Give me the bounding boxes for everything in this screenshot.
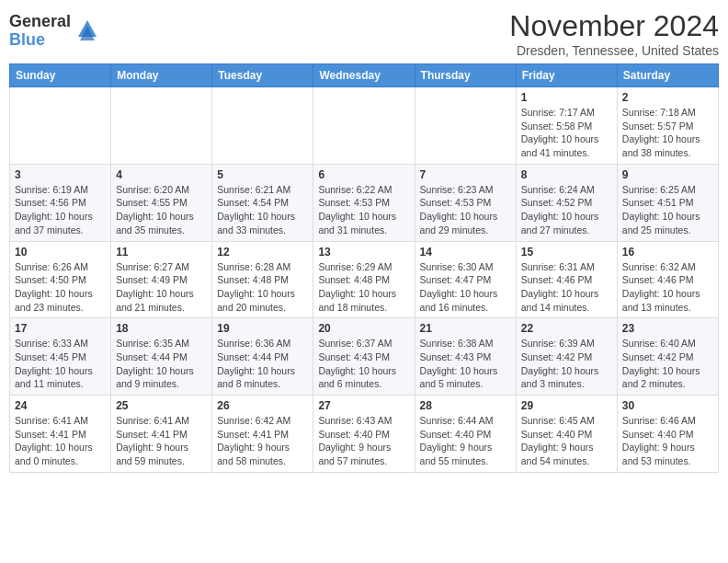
day-info: Sunrise: 6:20 AM Sunset: 4:55 PM Dayligh… <box>116 183 207 237</box>
calendar-cell <box>313 87 415 165</box>
day-info: Sunrise: 6:35 AM Sunset: 4:44 PM Dayligh… <box>116 337 207 391</box>
logo-icon <box>74 17 100 42</box>
page-header: General Blue November 2024 Dresden, Tenn… <box>9 9 719 58</box>
day-info: Sunrise: 6:39 AM Sunset: 4:42 PM Dayligh… <box>521 337 612 391</box>
weekday-header-row: SundayMondayTuesdayWednesdayThursdayFrid… <box>10 64 719 87</box>
logo: General Blue <box>9 13 100 50</box>
day-info: Sunrise: 6:22 AM Sunset: 4:53 PM Dayligh… <box>318 183 409 237</box>
day-info: Sunrise: 7:18 AM Sunset: 5:57 PM Dayligh… <box>622 106 713 160</box>
weekday-header-thursday: Thursday <box>415 64 516 87</box>
calendar-cell: 17Sunrise: 6:33 AM Sunset: 4:45 PM Dayli… <box>10 318 111 396</box>
day-number: 13 <box>318 246 409 259</box>
day-number: 4 <box>116 168 207 181</box>
calendar-cell: 2Sunrise: 7:18 AM Sunset: 5:57 PM Daylig… <box>617 87 718 165</box>
calendar-cell: 4Sunrise: 6:20 AM Sunset: 4:55 PM Daylig… <box>111 164 212 241</box>
calendar-cell: 30Sunrise: 6:46 AM Sunset: 4:40 PM Dayli… <box>617 396 718 473</box>
logo-blue: Blue <box>9 31 71 50</box>
day-number: 17 <box>15 322 106 335</box>
day-number: 1 <box>521 91 612 104</box>
day-number: 11 <box>116 246 207 259</box>
calendar-cell: 15Sunrise: 6:31 AM Sunset: 4:46 PM Dayli… <box>516 241 617 318</box>
calendar-cell: 26Sunrise: 6:42 AM Sunset: 4:41 PM Dayli… <box>212 396 313 473</box>
calendar-cell: 22Sunrise: 6:39 AM Sunset: 4:42 PM Dayli… <box>516 318 617 396</box>
calendar-cell: 16Sunrise: 6:32 AM Sunset: 4:46 PM Dayli… <box>617 241 718 318</box>
day-info: Sunrise: 6:24 AM Sunset: 4:52 PM Dayligh… <box>521 183 612 237</box>
calendar-cell: 12Sunrise: 6:28 AM Sunset: 4:48 PM Dayli… <box>212 241 313 318</box>
day-info: Sunrise: 6:23 AM Sunset: 4:53 PM Dayligh… <box>420 183 511 237</box>
day-number: 16 <box>622 246 713 259</box>
day-info: Sunrise: 6:37 AM Sunset: 4:43 PM Dayligh… <box>318 337 409 391</box>
weekday-header-wednesday: Wednesday <box>313 64 415 87</box>
calendar-cell: 18Sunrise: 6:35 AM Sunset: 4:44 PM Dayli… <box>111 318 212 396</box>
calendar-cell: 1Sunrise: 7:17 AM Sunset: 5:58 PM Daylig… <box>516 87 617 165</box>
day-number: 27 <box>318 399 409 412</box>
calendar-cell: 14Sunrise: 6:30 AM Sunset: 4:47 PM Dayli… <box>415 241 516 318</box>
day-number: 25 <box>116 399 207 412</box>
day-info: Sunrise: 6:38 AM Sunset: 4:43 PM Dayligh… <box>420 337 511 391</box>
day-info: Sunrise: 6:45 AM Sunset: 4:40 PM Dayligh… <box>521 414 612 468</box>
calendar-week-2: 3Sunrise: 6:19 AM Sunset: 4:56 PM Daylig… <box>10 164 719 241</box>
calendar-cell: 20Sunrise: 6:37 AM Sunset: 4:43 PM Dayli… <box>313 318 415 396</box>
calendar-cell: 6Sunrise: 6:22 AM Sunset: 4:53 PM Daylig… <box>313 164 415 241</box>
day-info: Sunrise: 6:29 AM Sunset: 4:48 PM Dayligh… <box>318 260 409 315</box>
day-info: Sunrise: 6:27 AM Sunset: 4:49 PM Dayligh… <box>116 260 207 315</box>
calendar-week-5: 24Sunrise: 6:41 AM Sunset: 4:41 PM Dayli… <box>10 396 719 473</box>
day-number: 23 <box>622 322 713 335</box>
day-number: 29 <box>521 399 612 412</box>
day-number: 22 <box>521 322 612 335</box>
day-info: Sunrise: 6:44 AM Sunset: 4:40 PM Dayligh… <box>420 414 511 468</box>
calendar-cell <box>415 87 516 165</box>
day-number: 10 <box>15 246 106 259</box>
title-block: November 2024 Dresden, Tennessee, United… <box>509 9 719 58</box>
calendar-cell <box>111 87 212 165</box>
day-number: 18 <box>116 322 207 335</box>
day-number: 26 <box>217 399 308 412</box>
calendar-cell: 21Sunrise: 6:38 AM Sunset: 4:43 PM Dayli… <box>415 318 516 396</box>
day-number: 7 <box>420 168 511 181</box>
day-number: 5 <box>217 168 308 181</box>
day-info: Sunrise: 6:19 AM Sunset: 4:56 PM Dayligh… <box>15 183 106 237</box>
calendar-cell: 3Sunrise: 6:19 AM Sunset: 4:56 PM Daylig… <box>10 164 111 241</box>
day-number: 9 <box>622 168 713 181</box>
day-info: Sunrise: 6:26 AM Sunset: 4:50 PM Dayligh… <box>15 260 106 315</box>
calendar-cell <box>10 87 111 165</box>
weekday-header-saturday: Saturday <box>617 64 718 87</box>
calendar-cell: 5Sunrise: 6:21 AM Sunset: 4:54 PM Daylig… <box>212 164 313 241</box>
day-info: Sunrise: 6:42 AM Sunset: 4:41 PM Dayligh… <box>217 414 308 468</box>
calendar-cell: 24Sunrise: 6:41 AM Sunset: 4:41 PM Dayli… <box>10 396 111 473</box>
day-info: Sunrise: 6:21 AM Sunset: 4:54 PM Dayligh… <box>217 183 308 237</box>
day-number: 30 <box>622 399 713 412</box>
day-info: Sunrise: 6:41 AM Sunset: 4:41 PM Dayligh… <box>15 414 106 468</box>
day-number: 12 <box>217 246 308 259</box>
calendar-cell: 29Sunrise: 6:45 AM Sunset: 4:40 PM Dayli… <box>516 396 617 473</box>
day-info: Sunrise: 6:32 AM Sunset: 4:46 PM Dayligh… <box>622 260 713 315</box>
calendar-cell: 7Sunrise: 6:23 AM Sunset: 4:53 PM Daylig… <box>415 164 516 241</box>
calendar-week-1: 1Sunrise: 7:17 AM Sunset: 5:58 PM Daylig… <box>10 87 719 165</box>
calendar-cell: 11Sunrise: 6:27 AM Sunset: 4:49 PM Dayli… <box>111 241 212 318</box>
month-title: November 2024 <box>509 9 719 43</box>
day-number: 14 <box>420 246 511 259</box>
day-number: 15 <box>521 246 612 259</box>
day-info: Sunrise: 6:28 AM Sunset: 4:48 PM Dayligh… <box>217 260 308 315</box>
day-info: Sunrise: 6:25 AM Sunset: 4:51 PM Dayligh… <box>622 183 713 237</box>
weekday-header-tuesday: Tuesday <box>212 64 313 87</box>
day-number: 6 <box>318 168 409 181</box>
day-info: Sunrise: 6:33 AM Sunset: 4:45 PM Dayligh… <box>15 337 106 391</box>
day-info: Sunrise: 6:46 AM Sunset: 4:40 PM Dayligh… <box>622 414 713 468</box>
calendar-cell: 23Sunrise: 6:40 AM Sunset: 4:42 PM Dayli… <box>617 318 718 396</box>
logo-general: General <box>9 13 71 31</box>
day-number: 19 <box>217 322 308 335</box>
calendar-cell: 13Sunrise: 6:29 AM Sunset: 4:48 PM Dayli… <box>313 241 415 318</box>
day-info: Sunrise: 6:36 AM Sunset: 4:44 PM Dayligh… <box>217 337 308 391</box>
day-info: Sunrise: 6:30 AM Sunset: 4:47 PM Dayligh… <box>420 260 511 315</box>
day-number: 21 <box>420 322 511 335</box>
day-number: 2 <box>622 91 713 104</box>
day-number: 3 <box>15 168 106 181</box>
day-info: Sunrise: 6:41 AM Sunset: 4:41 PM Dayligh… <box>116 414 207 468</box>
weekday-header-monday: Monday <box>111 64 212 87</box>
calendar-cell: 10Sunrise: 6:26 AM Sunset: 4:50 PM Dayli… <box>10 241 111 318</box>
day-number: 24 <box>15 399 106 412</box>
calendar-cell: 27Sunrise: 6:43 AM Sunset: 4:40 PM Dayli… <box>313 396 415 473</box>
day-info: Sunrise: 6:43 AM Sunset: 4:40 PM Dayligh… <box>318 414 409 468</box>
calendar-cell: 25Sunrise: 6:41 AM Sunset: 4:41 PM Dayli… <box>111 396 212 473</box>
